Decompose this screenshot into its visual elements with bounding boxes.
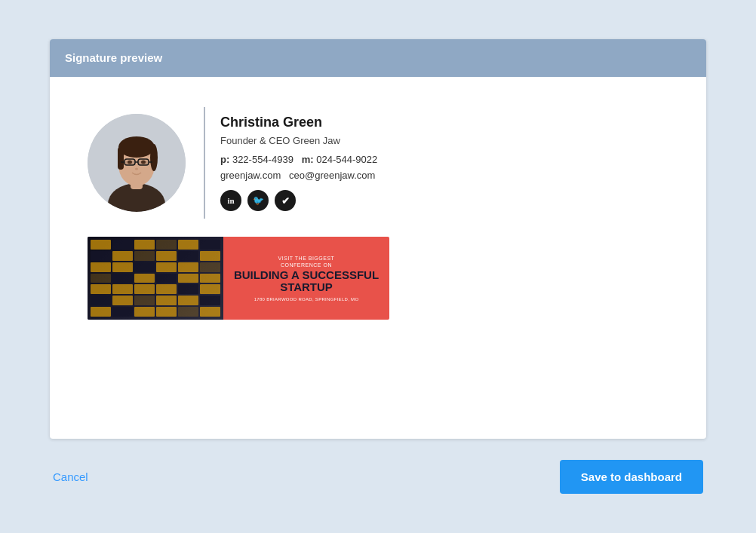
window-cell	[200, 296, 220, 305]
window-cell	[178, 251, 198, 261]
window-cell	[200, 284, 220, 294]
window-cell	[156, 262, 177, 272]
conference-banner: Visit the biggest conference on Building…	[88, 237, 389, 320]
window-cell	[178, 274, 198, 283]
window-cell	[112, 284, 133, 294]
window-cell	[178, 240, 198, 250]
banner-big-text: Building A Successful Startup	[231, 269, 382, 294]
linkedin-icon[interactable]: in	[220, 190, 241, 211]
window-cell	[200, 251, 220, 261]
window-cell	[134, 307, 155, 317]
svg-point-15	[141, 161, 146, 164]
window-cell	[91, 262, 111, 272]
window-cell	[134, 262, 155, 272]
save-to-dashboard-button[interactable]: Save to dashboard	[560, 460, 703, 494]
window-cell	[156, 251, 177, 261]
window-cell	[134, 251, 155, 261]
vertical-divider	[204, 107, 205, 219]
banner-small-text-2: conference on	[281, 262, 332, 268]
banner-small-text-1: Visit the biggest	[278, 256, 335, 261]
window-cell	[112, 296, 133, 305]
window-cell	[156, 284, 177, 294]
banner-image-left	[88, 237, 223, 320]
window-cell	[156, 296, 177, 305]
email-link: ceo@greenjaw.com	[289, 170, 375, 181]
website-link: greenjaw.com	[220, 170, 281, 181]
signature-card: Signature preview	[50, 39, 706, 439]
svg-point-6	[150, 144, 158, 171]
twitter-icon[interactable]: 🐦	[247, 190, 269, 211]
signature-top-row: Christina Green Founder & CEO Green Jaw …	[88, 107, 668, 219]
window-cell	[134, 274, 155, 283]
phone-label: p:	[220, 154, 229, 165]
social-icons-row: in 🐦 ✔	[220, 190, 377, 211]
window-cell	[200, 274, 220, 283]
window-cell	[200, 262, 220, 272]
card-header: Signature preview	[50, 39, 706, 77]
mobile-label: m:	[302, 154, 314, 165]
window-cell	[178, 284, 198, 294]
window-cell	[91, 284, 111, 294]
svg-point-16	[135, 168, 138, 170]
svg-point-4	[118, 136, 155, 158]
whatsapp-icon[interactable]: ✔	[275, 190, 296, 211]
window-cell	[134, 240, 155, 250]
signature-name: Christina Green	[220, 115, 377, 130]
window-cell	[134, 284, 155, 294]
card-title: Signature preview	[65, 51, 162, 64]
banner-text-right: Visit the biggest conference on Building…	[223, 237, 389, 320]
window-cell	[112, 240, 133, 250]
info-column: Christina Green Founder & CEO Green Jaw …	[220, 107, 377, 219]
avatar	[88, 114, 186, 212]
window-cell	[91, 274, 111, 283]
window-cell	[178, 262, 198, 272]
building-windows	[88, 237, 223, 320]
window-cell	[112, 274, 133, 283]
signature-links: greenjaw.com ceo@greenjaw.com	[220, 170, 377, 181]
window-cell	[112, 262, 133, 272]
window-cell	[156, 307, 177, 317]
signature-phones: p: 322-554-4939 m: 024-544-9022	[220, 154, 377, 165]
window-cell	[156, 240, 177, 250]
banner-address: 1780 Briarwood Road, Springfield, MO	[254, 297, 359, 302]
window-cell	[200, 307, 220, 317]
svg-point-14	[128, 161, 132, 164]
signature-job-title: Founder & CEO Green Jaw	[220, 135, 377, 146]
window-cell	[91, 296, 111, 305]
window-cell	[91, 240, 111, 250]
card-body: Christina Green Founder & CEO Green Jaw …	[50, 77, 706, 439]
window-cell	[200, 240, 220, 250]
page-wrapper: Signature preview	[50, 39, 706, 494]
cancel-button[interactable]: Cancel	[53, 470, 88, 483]
window-cell	[156, 274, 177, 283]
banner-area: Visit the biggest conference on Building…	[88, 237, 668, 320]
avatar-image	[88, 114, 186, 212]
window-cell	[178, 307, 198, 317]
mobile-number: 024-544-9022	[316, 154, 377, 165]
window-cell	[112, 251, 133, 261]
phone-number: 322-554-4939	[232, 154, 293, 165]
building-background	[88, 237, 223, 320]
avatar-column	[88, 107, 204, 219]
window-cell	[112, 307, 133, 317]
footer-actions: Cancel Save to dashboard	[50, 460, 706, 494]
window-cell	[91, 307, 111, 317]
window-cell	[178, 296, 198, 305]
window-cell	[134, 296, 155, 305]
svg-rect-5	[118, 147, 124, 170]
window-cell	[91, 251, 111, 261]
signature-container: Christina Green Founder & CEO Green Jaw …	[88, 107, 668, 320]
